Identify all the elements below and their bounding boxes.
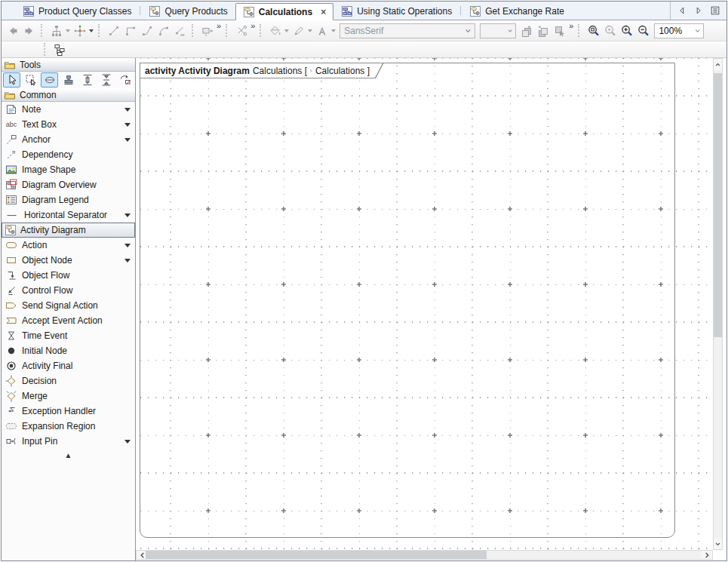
diagram-frame-name-tab[interactable]: activity Activity Diagram Calculations [… (140, 63, 384, 78)
palette-item-dependency[interactable]: Dependency (2, 147, 135, 162)
tab-product-query-classes[interactable]: Product Query Classes (15, 3, 139, 20)
scroll-tabs-left-button[interactable] (675, 4, 689, 17)
scroll-down-button[interactable] (714, 538, 722, 549)
close-icon[interactable]: × (321, 7, 326, 17)
font-name-combo[interactable] (339, 23, 475, 38)
fill-color-button[interactable] (267, 23, 284, 39)
palette-section-activity-diagram[interactable]: Activity Diagram (2, 223, 135, 238)
palette-item-exception-handler[interactable]: Exception Handler (2, 404, 135, 419)
chevron-down-icon[interactable] (693, 26, 702, 36)
sticky-mode-button[interactable] (60, 72, 77, 88)
chevron-down-icon[interactable] (124, 123, 131, 130)
chevron-down-icon[interactable] (89, 29, 94, 35)
toolbar-overflow-button[interactable]: » (217, 21, 220, 30)
font-size-input[interactable] (484, 26, 506, 36)
quick-link-tool-button[interactable] (41, 72, 58, 88)
select-tool-button[interactable] (3, 72, 20, 88)
palette-item-accept-event-action[interactable]: Accept Event Action (2, 313, 135, 328)
compress-vertically-button[interactable] (97, 72, 115, 88)
palette-item-object-node[interactable]: Object Node (2, 253, 135, 268)
select-same-button[interactable] (551, 23, 568, 39)
vertical-scrollbar-thumb[interactable] (714, 73, 722, 337)
scroll-tabs-right-button[interactable] (692, 4, 705, 17)
tab-calculations-active[interactable]: Calculations × (235, 3, 333, 20)
scroll-up-button[interactable] (714, 59, 722, 70)
zoom-1-1-button[interactable] (585, 23, 602, 39)
chevron-down-icon[interactable] (308, 29, 312, 35)
tab-list-button[interactable] (708, 4, 722, 17)
zoom-fit-button[interactable] (602, 23, 619, 39)
palette-section-common[interactable]: Common (2, 88, 135, 102)
autosize-button[interactable] (199, 23, 216, 39)
palette-item-decision[interactable]: Decision (2, 373, 135, 388)
chevron-down-icon[interactable] (66, 29, 70, 35)
activity-diagram-frame[interactable]: activity Activity Diagram Calculations [… (140, 63, 675, 538)
palette-item-control-flow[interactable]: Control Flow (2, 283, 135, 298)
chevron-down-icon[interactable] (506, 26, 514, 36)
layout-tree-button[interactable] (48, 23, 65, 39)
zoom-in-button[interactable] (619, 23, 635, 39)
scroll-right-button[interactable] (701, 551, 712, 559)
line-color-button[interactable] (290, 23, 307, 39)
toolbar-overflow-button[interactable]: » (250, 21, 254, 30)
forward-button[interactable] (21, 23, 38, 39)
bent-path-button[interactable] (139, 23, 155, 39)
folder-icon (4, 89, 16, 101)
horizontal-scrollbar-thumb[interactable] (146, 551, 487, 559)
refactor-button[interactable] (233, 23, 250, 39)
palette-item-note[interactable]: Note (2, 102, 135, 117)
chevron-down-icon[interactable] (124, 138, 131, 145)
palette-item-horizontal-separator[interactable]: ---- Horizontal Separator (2, 207, 135, 223)
chevron-down-icon[interactable] (284, 29, 289, 35)
bring-to-front-button[interactable] (518, 23, 535, 39)
palette-item-action[interactable]: Action (2, 238, 135, 253)
tab-query-products[interactable]: Query Products (141, 3, 235, 20)
palette-item-time-event[interactable]: Time Event (2, 328, 135, 343)
chevron-down-icon[interactable] (331, 29, 336, 35)
palette-scroll-up-button[interactable]: ▲ (2, 449, 135, 461)
palette-item-object-flow[interactable]: Object Flow (2, 268, 135, 283)
font-size-combo[interactable] (480, 23, 516, 38)
custom-path-button[interactable] (172, 23, 189, 39)
palette-item-text-box[interactable]: abc Text Box (2, 117, 135, 132)
oblique-path-button[interactable] (106, 23, 122, 39)
image-icon (5, 164, 17, 176)
vertical-scrollbar[interactable] (713, 58, 723, 550)
group-select-tool-button[interactable] (22, 72, 39, 88)
palette-item-activity-final[interactable]: Activity Final (2, 358, 135, 373)
palette-item-expansion-region[interactable]: Expansion Region (2, 419, 135, 434)
palette-item-input-pin[interactable]: Input Pin (2, 434, 135, 449)
palette-item-image-shape[interactable]: Image Shape (2, 162, 135, 177)
zoom-level-input[interactable] (659, 26, 693, 36)
chevron-down-icon[interactable] (124, 213, 131, 220)
palette-item-merge[interactable]: Merge (2, 388, 135, 404)
chevron-down-icon[interactable] (124, 108, 131, 115)
send-to-back-button[interactable] (535, 23, 551, 39)
tab-using-static-operations[interactable]: Using Static Operations (333, 3, 459, 20)
palette-item-diagram-overview[interactable]: Diagram Overview (2, 177, 135, 192)
palette-item-diagram-legend[interactable]: Diagram Legend (2, 192, 135, 207)
chevron-down-icon[interactable] (124, 244, 131, 250)
refresh-palette-button[interactable] (116, 72, 134, 88)
distribute-vertically-button[interactable] (78, 72, 96, 88)
font-color-button[interactable] (314, 23, 330, 39)
palette-item-initial-node[interactable]: Initial Node (2, 343, 135, 358)
containment-tree-button[interactable] (51, 41, 68, 58)
back-button[interactable] (5, 23, 21, 39)
curved-path-button[interactable] (155, 23, 172, 39)
rectilinear-path-button[interactable] (122, 23, 139, 39)
quick-layout-button[interactable] (72, 23, 88, 39)
diagram-canvas[interactable]: activity Activity Diagram Calculations [… (136, 58, 713, 550)
palette-item-anchor[interactable]: Anchor (2, 132, 135, 147)
chevron-down-icon[interactable] (124, 259, 131, 266)
chevron-down-icon[interactable] (124, 440, 131, 447)
toolbar-overflow-button[interactable]: » (569, 21, 573, 30)
zoom-out-button[interactable] (635, 23, 652, 39)
horizontal-scrollbar[interactable] (136, 550, 713, 560)
zoom-level-combo[interactable] (654, 23, 704, 38)
font-name-input[interactable] (344, 26, 463, 36)
chevron-down-icon[interactable] (463, 26, 473, 36)
palette-section-tools[interactable]: Tools (2, 58, 135, 72)
palette-item-send-signal-action[interactable]: Send Signal Action (2, 298, 135, 313)
tab-get-exchange-rate[interactable]: Get Exchange Rate (462, 3, 572, 20)
